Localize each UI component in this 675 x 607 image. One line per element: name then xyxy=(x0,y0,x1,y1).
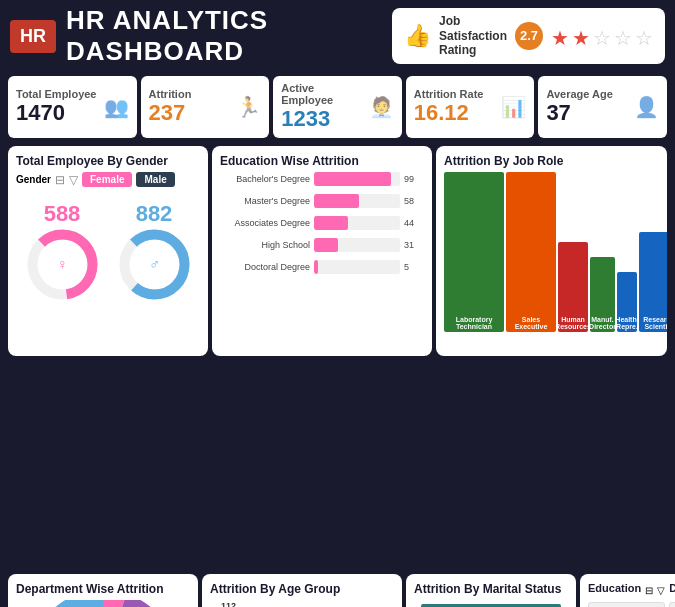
marital-panel: Attrition By Marital Status 327 470 673 xyxy=(406,574,576,607)
logo: HR xyxy=(10,20,56,53)
dept-chart-area: 38.82% HR R&D Sales xyxy=(16,600,190,607)
thumbs-up-icon: 👍 xyxy=(404,23,431,49)
gender-panel: Total Employee By Gender Gender ⊟ ▽ Fema… xyxy=(8,146,208,356)
gender-visuals: 588 ♀ 882 ♂ xyxy=(16,191,200,312)
edu-bar-val: 58 xyxy=(404,196,424,206)
age-panel-title: Attrition By Age Group xyxy=(210,582,394,596)
kpi-value: 16.12 xyxy=(414,100,484,126)
kpi-label: Attrition Rate xyxy=(414,88,484,100)
satisfaction-card: 👍 JobSatisfactionRating 2.7 ★ ★ ☆ ☆ ☆ xyxy=(392,8,665,63)
education-filter-title: Education xyxy=(588,582,641,594)
edu-bar-val: 44 xyxy=(404,218,424,228)
edu-bar-track xyxy=(314,260,400,274)
age-panel: Attrition By Age Group 112 25-34 51 35-4… xyxy=(202,574,402,607)
filter-icon-2[interactable]: ▽ xyxy=(69,173,78,187)
kpi-card: Average Age 37 👤 xyxy=(538,76,667,138)
job-role-treemap: Laboratory TechnicianSales ExecutiveHuma… xyxy=(444,172,659,332)
kpi-card: Total Employee 1470 👥 xyxy=(8,76,137,138)
edu-filter-icon2[interactable]: ▽ xyxy=(657,585,665,596)
education-bars: Bachelor's Degree 99 Master's Degree 58 … xyxy=(220,172,424,274)
job-role-panel: Attrition By Job Role Laboratory Technic… xyxy=(436,146,667,356)
edu-bar-label: Master's Degree xyxy=(220,196,310,206)
star-4: ☆ xyxy=(614,26,632,50)
edu-filter-icon1[interactable]: ⊟ xyxy=(645,585,653,596)
edu-bar-track xyxy=(314,238,400,252)
treemap-block: Laboratory Technician xyxy=(444,172,504,332)
edu-bar-fill xyxy=(314,194,359,208)
star-3: ☆ xyxy=(593,26,611,50)
gender-filter-label: Gender xyxy=(16,174,51,185)
kpi-label: Total Employee xyxy=(16,88,96,100)
dept-filter-section: Department ⊟ ▽ HRR&DSales xyxy=(669,582,675,607)
edu-bar-row: Doctoral Degree 5 xyxy=(220,260,424,274)
edu-bar-label: Doctoral Degree xyxy=(220,262,310,272)
treemap-block: Sales Executive xyxy=(506,172,556,332)
kpi-label: Attrition xyxy=(149,88,192,100)
kpi-value: 37 xyxy=(546,100,612,126)
edu-bar-row: High School 31 xyxy=(220,238,424,252)
dept-filter-title: Department xyxy=(669,582,675,594)
edu-bar-fill xyxy=(314,216,348,230)
svg-text:♂: ♂ xyxy=(149,256,160,272)
header: HR HR ANALYTICS DASHBOARD 👍 JobSatisfact… xyxy=(0,0,675,72)
education-filter-tags[interactable]: Life SciencesMarketingMedicalOtherTechni… xyxy=(588,602,665,607)
kpi-value: 1470 xyxy=(16,100,96,126)
dashboard-title: HR ANALYTICS DASHBOARD xyxy=(66,5,382,67)
satisfaction-label: JobSatisfactionRating xyxy=(439,14,507,57)
dept-panel: Department Wise Attrition 38.82% HR R&D … xyxy=(8,574,198,607)
treemap-block: Human Resources xyxy=(558,242,588,332)
female-count: 588 xyxy=(44,201,81,227)
star-1: ★ xyxy=(551,26,569,50)
bottom-row: Department Wise Attrition 38.82% HR R&D … xyxy=(0,574,675,607)
stars-row: ★ ★ ☆ ☆ ☆ xyxy=(551,26,653,50)
education-filter-tag[interactable]: Life Sciences xyxy=(588,602,665,607)
gender-panel-title: Total Employee By Gender xyxy=(16,154,200,168)
edu-bar-fill xyxy=(314,260,318,274)
education-filter-section: Education ⊟ ▽ Life SciencesMarketingMedi… xyxy=(588,582,665,607)
education-panel-title: Education Wise Attrition xyxy=(220,154,424,168)
edu-bar-row: Master's Degree 58 xyxy=(220,194,424,208)
edu-bar-fill xyxy=(314,172,391,186)
dept-filter-tag[interactable]: HR xyxy=(669,602,675,607)
edu-bar-track xyxy=(314,194,400,208)
filter-panel: Education ⊟ ▽ Life SciencesMarketingMedi… xyxy=(580,574,675,607)
male-count: 882 xyxy=(136,201,173,227)
kpi-icon: 👥 xyxy=(104,95,129,119)
edu-bar-track xyxy=(314,216,400,230)
svg-text:♀: ♀ xyxy=(57,256,68,272)
filter-icon-1[interactable]: ⊟ xyxy=(55,173,65,187)
female-filter-btn[interactable]: Female xyxy=(82,172,132,187)
female-donut: ♀ xyxy=(25,227,100,302)
treemap-block: Health. Repre. xyxy=(617,272,637,332)
age-bar-col: 112 25-34 xyxy=(214,601,243,607)
education-panel: Education Wise Attrition Bachelor's Degr… xyxy=(212,146,432,356)
dept-filter-tags[interactable]: HRR&DSales xyxy=(669,602,675,607)
age-bar-val: 112 xyxy=(221,601,236,607)
kpi-value: 1233 xyxy=(281,106,369,132)
treemap-block: Manuf. Director xyxy=(590,257,615,332)
edu-bar-row: Associates Degree 44 xyxy=(220,216,424,230)
kpi-icon: 📊 xyxy=(501,95,526,119)
kpi-icon: 🧑‍💼 xyxy=(369,95,394,119)
edu-bar-label: Bachelor's Degree xyxy=(220,174,310,184)
kpi-label: Active Employee xyxy=(281,82,369,106)
kpi-row: Total Employee 1470 👥 Attrition 237 🏃 Ac… xyxy=(0,72,675,142)
male-donut: ♂ xyxy=(117,227,192,302)
star-2: ★ xyxy=(572,26,590,50)
dept-title: Department Wise Attrition xyxy=(16,582,190,596)
gender-filter-row: Gender ⊟ ▽ Female Male xyxy=(16,172,200,187)
kpi-card: Attrition Rate 16.12 📊 xyxy=(406,76,535,138)
kpi-value: 237 xyxy=(149,100,192,126)
treemap-block: Research Scientist xyxy=(639,232,667,332)
star-5: ☆ xyxy=(635,26,653,50)
main-grid: Total Employee By Gender Gender ⊟ ▽ Fema… xyxy=(0,142,675,574)
kpi-icon: 👤 xyxy=(634,95,659,119)
job-role-title: Attrition By Job Role xyxy=(444,154,659,168)
edu-bar-val: 5 xyxy=(404,262,424,272)
edu-bar-val: 31 xyxy=(404,240,424,250)
marital-panel-title: Attrition By Marital Status xyxy=(414,582,568,596)
male-filter-btn[interactable]: Male xyxy=(136,172,174,187)
kpi-card: Active Employee 1233 🧑‍💼 xyxy=(273,76,402,138)
kpi-label: Average Age xyxy=(546,88,612,100)
edu-bar-row: Bachelor's Degree 99 xyxy=(220,172,424,186)
